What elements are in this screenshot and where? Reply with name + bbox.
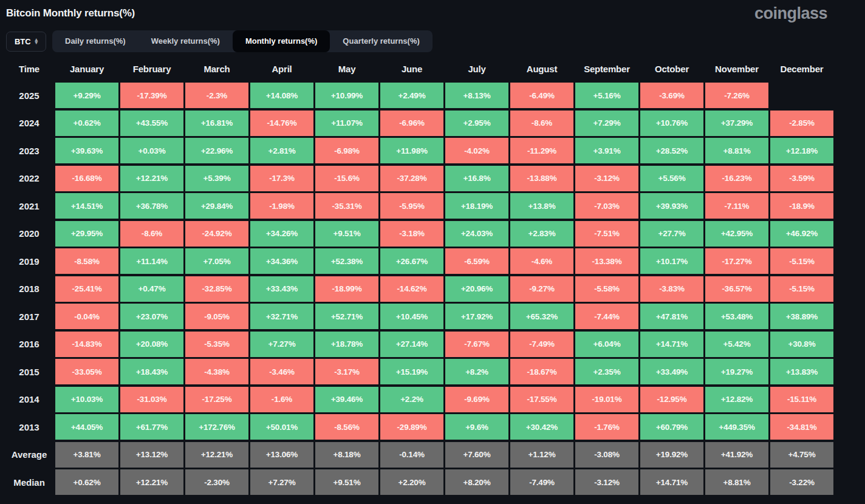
return-cell: +29.95% [55,221,118,247]
return-cell: -18.9% [770,193,833,219]
return-cell: +43.55% [120,111,183,136]
return-cell: +44.05% [55,414,118,440]
return-cell: -6.49% [510,83,573,108]
tab-daily-returns[interactable]: Daily returns(%) [52,30,138,52]
return-cell: +10.17% [640,248,703,274]
column-header-month: January [55,60,118,78]
row-label: 2019 [5,248,53,274]
return-cell: -3.46% [250,359,313,384]
return-cell: -17.3% [250,166,313,191]
column-header-month: November [705,60,768,78]
return-cell: +24.03% [445,221,508,247]
return-cell: +12.18% [770,138,833,163]
return-cell: +39.46% [315,387,378,412]
return-cell: +52.71% [315,304,378,329]
column-header-month: February [120,60,183,78]
return-cell: -3.12% [575,166,638,191]
return-cell: -18.99% [315,276,378,302]
return-cell: +27.7% [640,221,703,247]
return-cell: +8.20% [445,469,508,495]
return-cell: +37.29% [705,111,768,136]
return-cell: -16.23% [705,166,768,191]
return-cell: +8.81% [705,469,768,495]
return-cell: -8.56% [315,414,378,440]
return-cell: -5.35% [185,332,248,357]
return-cell: -13.38% [575,248,638,274]
return-cell: +8.81% [705,138,768,163]
return-cell: -4.6% [510,248,573,274]
return-cell: +42.95% [705,221,768,247]
return-cell: +23.07% [120,304,183,329]
return-cell: -6.98% [315,138,378,163]
return-cell: +0.62% [55,111,118,136]
row-label: 2021 [5,193,53,219]
return-cell: -19.01% [575,387,638,412]
column-header-month: October [640,60,703,78]
return-cell: +1.12% [510,442,573,468]
return-cell: -3.83% [640,276,703,302]
row-label: 2020 [5,221,53,247]
return-cell: +34.26% [250,221,313,247]
return-cell: +65.32% [510,304,573,329]
return-cell: +0.03% [120,138,183,163]
return-cell: -2.3% [185,83,248,108]
return-cell: +15.19% [380,359,443,384]
return-cell: -2.85% [770,111,833,136]
return-cell: +5.42% [705,332,768,357]
page: Bitcoin Monthly returns(%) coinglass BTC… [0,0,865,495]
return-cell: -6.59% [445,248,508,274]
return-cell: +12.82% [705,387,768,412]
return-cell: +2.49% [380,83,443,108]
return-cell: +2.20% [380,469,443,495]
return-cell: -7.67% [445,332,508,357]
return-cell: +26.67% [380,248,443,274]
row-label: Average [5,442,53,468]
return-cell: +14.71% [640,332,703,357]
tab-monthly-returns[interactable]: Monthly returns(%) [233,30,330,52]
return-cell: +19.92% [640,442,703,468]
return-cell: +10.45% [380,304,443,329]
return-cell: +47.81% [640,304,703,329]
return-cell: +41.92% [705,442,768,468]
tab-weekly-returns[interactable]: Weekly returns(%) [138,30,233,52]
return-cell: +12.21% [185,442,248,468]
return-cell: +12.21% [120,469,183,495]
return-cell: -24.92% [185,221,248,247]
return-cell: +18.78% [315,332,378,357]
return-cell: -9.05% [185,304,248,329]
return-cell: -25.41% [55,276,118,302]
return-cell: +33.43% [250,276,313,302]
return-cell: +5.16% [575,83,638,108]
return-cell: -37.28% [380,166,443,191]
return-cell: -5.58% [575,276,638,302]
tab-quarterly-returns[interactable]: Quarterly returns(%) [330,30,432,52]
return-cell: -18.67% [510,359,573,384]
return-cell: -4.38% [185,359,248,384]
row-label: Median [5,469,53,495]
select-chevrons-icon: ▴▾ [35,38,38,44]
return-cell: -9.69% [445,387,508,412]
row-label: 2016 [5,332,53,357]
return-cell: +39.93% [640,193,703,219]
return-cell: +19.27% [705,359,768,384]
return-cell: +30.42% [510,414,573,440]
row-label: 2025 [5,83,53,108]
return-cell: +2.83% [510,221,573,247]
return-cell: +6.04% [575,332,638,357]
column-header-month: June [380,60,443,78]
return-cell: +7.27% [250,332,313,357]
return-cell: -0.04% [55,304,118,329]
symbol-selector[interactable]: BTC ▴▾ [6,32,46,52]
return-cell: +33.49% [640,359,703,384]
topbar: Bitcoin Monthly returns(%) coinglass [0,0,865,28]
return-cell: -35.31% [315,193,378,219]
return-cell: -5.15% [770,276,833,302]
column-header-month: August [510,60,573,78]
return-cell: -31.03% [120,387,183,412]
return-cell: +29.84% [185,193,248,219]
return-cell: -3.59% [770,166,833,191]
return-cell: -17.39% [120,83,183,108]
return-cell: -16.68% [55,166,118,191]
return-cell: -3.69% [640,83,703,108]
return-cell: -1.6% [250,387,313,412]
